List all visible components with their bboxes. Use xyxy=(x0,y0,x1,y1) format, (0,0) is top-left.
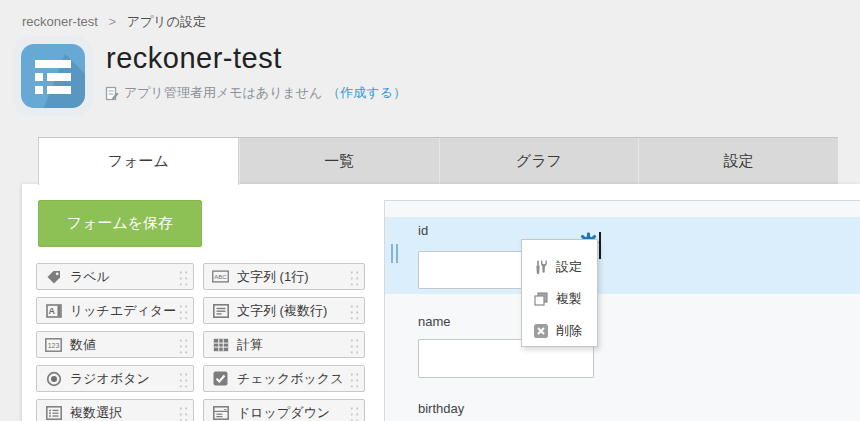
app-settings-page: reckoner-test > アプリの設定 reckoner-test アプリ… xyxy=(0,0,860,421)
palette-item-label-text: チェックボックス xyxy=(237,370,343,388)
svg-text:ABC: ABC xyxy=(214,274,227,280)
drag-dots-icon xyxy=(177,336,188,353)
radio-icon xyxy=(45,370,62,387)
copy-icon xyxy=(533,291,549,307)
drag-dots-icon xyxy=(348,336,359,353)
drag-dots-icon xyxy=(348,302,359,319)
drag-handle-icon[interactable] xyxy=(390,244,399,263)
palette-item-text-single[interactable]: ABC 文字列 (1行) xyxy=(203,263,365,290)
dropdown-icon xyxy=(212,404,229,421)
drag-dots-icon xyxy=(177,302,188,319)
palette-item-label-text: ラジオボタン xyxy=(70,370,150,388)
svg-text:A: A xyxy=(48,306,55,316)
context-menu-item-settings[interactable]: 設定 xyxy=(522,251,597,283)
svg-text:123: 123 xyxy=(48,342,60,349)
field-label-name: name xyxy=(418,314,451,329)
palette-item-multiselect[interactable]: 複数選択 xyxy=(36,399,194,421)
palette-item-calc[interactable]: 計算 xyxy=(203,331,365,358)
tools-icon xyxy=(533,259,549,275)
memo-text: アプリ管理者用メモはありません xyxy=(124,84,322,102)
palette-item-label-text: 計算 xyxy=(237,336,263,354)
context-menu-item-label: 複製 xyxy=(556,290,582,308)
text-caret xyxy=(599,232,601,259)
checkbox-icon xyxy=(212,370,229,387)
drag-dots-icon xyxy=(177,370,188,387)
memo-row: アプリ管理者用メモはありません （作成する） xyxy=(105,84,406,102)
page-title: reckoner-test xyxy=(106,42,282,75)
breadcrumb-app-link[interactable]: reckoner-test xyxy=(22,14,98,29)
form-builder-panel: フォームを保存 ラベル A リッチエディター 123 数値 xyxy=(22,184,860,421)
text-single-icon: ABC xyxy=(212,268,229,285)
palette-item-label-text: 文字列 (1行) xyxy=(237,268,309,286)
palette-item-label-text: ドロップダウン xyxy=(237,404,330,421)
field-label-birthday: birthday xyxy=(418,401,464,416)
palette-item-label-text: 複数選択 xyxy=(70,404,122,421)
context-menu-item-duplicate[interactable]: 複製 xyxy=(522,283,597,315)
field-label-id: id xyxy=(418,223,428,238)
drag-dots-icon xyxy=(177,268,188,285)
text-multi-icon xyxy=(212,302,229,319)
tab-bar: フォーム 一覧 グラフ 設定 xyxy=(38,137,838,185)
drag-dots-icon xyxy=(348,370,359,387)
breadcrumb-separator: > xyxy=(109,14,117,29)
form-canvas: id xyxy=(384,200,860,421)
delete-icon xyxy=(533,323,549,339)
context-menu-item-delete[interactable]: 削除 xyxy=(522,315,597,347)
tab-form[interactable]: フォーム xyxy=(38,138,239,185)
field-context-menu: 設定 複製 xyxy=(521,239,598,347)
palette-item-label[interactable]: ラベル xyxy=(36,263,194,290)
memo-create-link[interactable]: （作成する） xyxy=(327,84,406,102)
memo-icon xyxy=(105,86,119,101)
breadcrumb-current: アプリの設定 xyxy=(127,14,206,29)
context-menu-item-label: 設定 xyxy=(556,258,582,276)
app-icon xyxy=(13,36,93,116)
palette-item-label-text: リッチエディター xyxy=(70,302,176,320)
palette-item-checkbox[interactable]: チェックボックス xyxy=(203,365,365,392)
palette-item-radio[interactable]: ラジオボタン xyxy=(36,365,194,392)
breadcrumb: reckoner-test > アプリの設定 xyxy=(22,13,206,31)
tab-graph[interactable]: グラフ xyxy=(439,138,639,185)
drag-dots-icon xyxy=(177,404,188,421)
palette-item-label-text: ラベル xyxy=(70,268,110,286)
palette-item-text-multi[interactable]: 文字列 (複数行) xyxy=(203,297,365,324)
palette-item-label-text: 文字列 (複数行) xyxy=(237,302,327,320)
richtext-icon: A xyxy=(45,302,62,319)
tag-icon xyxy=(45,268,62,285)
tab-list[interactable]: 一覧 xyxy=(239,138,439,185)
palette-item-label-text: 数値 xyxy=(70,336,96,354)
drag-dots-icon xyxy=(348,404,359,421)
multiselect-icon xyxy=(45,404,62,421)
palette-item-richtext[interactable]: A リッチエディター xyxy=(36,297,194,324)
tab-settings[interactable]: 設定 xyxy=(638,138,838,185)
number-icon: 123 xyxy=(45,336,62,353)
calc-icon xyxy=(212,336,229,353)
list-icon xyxy=(13,36,93,116)
palette-item-dropdown[interactable]: ドロップダウン xyxy=(203,399,365,421)
palette-item-number[interactable]: 123 数値 xyxy=(36,331,194,358)
context-menu-item-label: 削除 xyxy=(556,322,582,340)
save-form-button[interactable]: フォームを保存 xyxy=(38,200,202,247)
drag-dots-icon xyxy=(348,268,359,285)
